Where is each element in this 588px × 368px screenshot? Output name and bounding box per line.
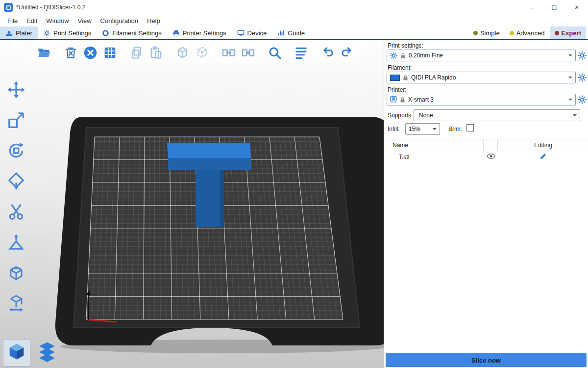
- lock-icon: [403, 75, 408, 81]
- circle-x-icon: [83, 46, 98, 60]
- measure-tool-button[interactable]: [5, 292, 27, 313]
- split-to-parts-button[interactable]: [239, 44, 257, 61]
- visibility-toggle[interactable]: [484, 151, 498, 163]
- paint-supports-tool-button[interactable]: [5, 232, 27, 252]
- tab-print-settings[interactable]: Print Settings: [38, 26, 97, 39]
- menu-view[interactable]: View: [74, 16, 96, 26]
- open-button[interactable]: [35, 44, 53, 61]
- slice-now-button[interactable]: Slice now: [386, 353, 587, 367]
- slice-now-label: Slice now: [471, 357, 501, 364]
- brim-checkbox[interactable]: [466, 124, 474, 131]
- mode-expert[interactable]: Expert: [550, 26, 586, 39]
- cube-minus-icon: [195, 46, 209, 60]
- chevron-down-icon: [568, 54, 572, 58]
- place-on-face-tool-button[interactable]: [5, 171, 27, 191]
- tab-label: Print Settings: [53, 29, 91, 37]
- print-settings-gear-button[interactable]: [578, 51, 587, 60]
- viewport-3d[interactable]: [0, 40, 384, 368]
- tab-label: Filament Settings: [112, 29, 161, 37]
- column-name: Name: [384, 139, 484, 151]
- mode-label: Advanced: [516, 29, 545, 37]
- preview-layers-button[interactable]: [33, 339, 61, 367]
- redo-button[interactable]: [338, 44, 356, 61]
- layers-lines-icon: [294, 46, 308, 60]
- filament-label: Filament:: [388, 64, 412, 71]
- tab-device[interactable]: Device: [232, 26, 272, 39]
- lock-icon: [400, 97, 405, 103]
- object-list-header: Name Editing: [384, 139, 588, 151]
- print-settings-combo[interactable]: 0.20mm Fine: [387, 50, 576, 61]
- search-button[interactable]: [266, 44, 283, 61]
- menu-help[interactable]: Help: [143, 16, 165, 26]
- printer-gear-button[interactable]: [578, 95, 587, 104]
- chevron-down-icon: [433, 128, 437, 132]
- tab-printer-settings[interactable]: Printer Settings: [167, 26, 232, 39]
- print-settings-icon: [43, 29, 50, 37]
- tab-plater[interactable]: Plater: [0, 26, 38, 39]
- filament-color-swatch: [390, 75, 400, 81]
- filament-combo[interactable]: QIDI PLA Rapido: [387, 72, 576, 83]
- menu-window[interactable]: Window: [42, 16, 73, 26]
- scale-icon: [7, 111, 25, 130]
- delete-all-button[interactable]: [81, 44, 99, 61]
- editor-view-button[interactable]: [3, 339, 30, 367]
- rotate-tool-button[interactable]: [5, 140, 27, 161]
- supports-label: Supports:: [388, 112, 413, 119]
- window-title: *Untitled - QIDISlicer-1.0.2: [16, 4, 85, 11]
- object-row-tstl[interactable]: T.stl: [384, 151, 588, 163]
- variable-layer-height-button[interactable]: [292, 44, 310, 61]
- object-list: Name Editing T.stl: [384, 139, 588, 352]
- add-instance-button[interactable]: [173, 44, 191, 61]
- mode-advanced[interactable]: Advanced: [505, 26, 550, 39]
- copy-icon: [129, 46, 144, 60]
- tab-guide[interactable]: Guide: [272, 26, 310, 39]
- split-to-objects-button[interactable]: [220, 44, 237, 61]
- mode-label: Expert: [562, 29, 581, 37]
- tab-filament-settings[interactable]: Filament Settings: [97, 26, 167, 39]
- trash-icon: [64, 46, 78, 60]
- scissors-icon: [7, 202, 25, 221]
- iso-cube-icon: [6, 341, 27, 365]
- chevron-down-icon: [568, 77, 572, 80]
- arrange-button[interactable]: [101, 44, 119, 61]
- printer-label: Printer:: [388, 86, 407, 93]
- paste-button[interactable]: [147, 44, 165, 61]
- printer-combo[interactable]: X-smart 3: [387, 94, 576, 105]
- brim-label: Brim:: [448, 126, 462, 132]
- minimize-button[interactable]: –: [520, 0, 543, 15]
- mode-simple[interactable]: Simple: [468, 26, 505, 39]
- menu-file[interactable]: File: [3, 16, 22, 26]
- titlebar: *Untitled - QIDISlicer-1.0.2 – □ ×: [0, 0, 588, 15]
- cube-plus-icon: [175, 46, 190, 60]
- remove-instance-button[interactable]: [193, 44, 211, 61]
- filament-value: QIDI PLA Rapido: [411, 74, 565, 81]
- infill-label: Infill:: [388, 126, 400, 132]
- edit-pencil-icon: [539, 155, 547, 161]
- window-controls: – □ ×: [520, 0, 588, 15]
- infill-select[interactable]: 15%: [405, 123, 440, 135]
- undo-button[interactable]: [318, 44, 336, 61]
- object-name: T.stl: [384, 151, 484, 163]
- copy-button[interactable]: [127, 44, 145, 61]
- editing-button[interactable]: [498, 153, 588, 161]
- split-parts-icon: [241, 46, 255, 60]
- maximize-button[interactable]: □: [543, 0, 565, 15]
- supports-select[interactable]: None: [414, 109, 580, 121]
- sidebar-panel: Print settings: 0.20mm Fine Filament: QI…: [384, 40, 588, 368]
- tab-label: Guide: [288, 29, 305, 37]
- scene-3d: [0, 40, 384, 368]
- undo-arrow-icon: [320, 46, 335, 60]
- gear-icon: [390, 52, 397, 59]
- move-tool-button[interactable]: [5, 79, 27, 100]
- column-editing: Editing: [498, 142, 588, 149]
- expert-mode-dot-icon: [555, 31, 559, 35]
- menu-configuration[interactable]: Configuration: [96, 16, 143, 26]
- tabbar: Plater Print Settings Filament Settings …: [0, 26, 588, 40]
- cut-tool-button[interactable]: [5, 201, 27, 222]
- close-button[interactable]: ×: [565, 0, 588, 15]
- seam-tool-button[interactable]: [5, 262, 27, 283]
- filament-gear-button[interactable]: [578, 73, 587, 82]
- scale-tool-button[interactable]: [5, 110, 27, 131]
- delete-button[interactable]: [62, 44, 79, 61]
- menu-edit[interactable]: Edit: [22, 16, 42, 26]
